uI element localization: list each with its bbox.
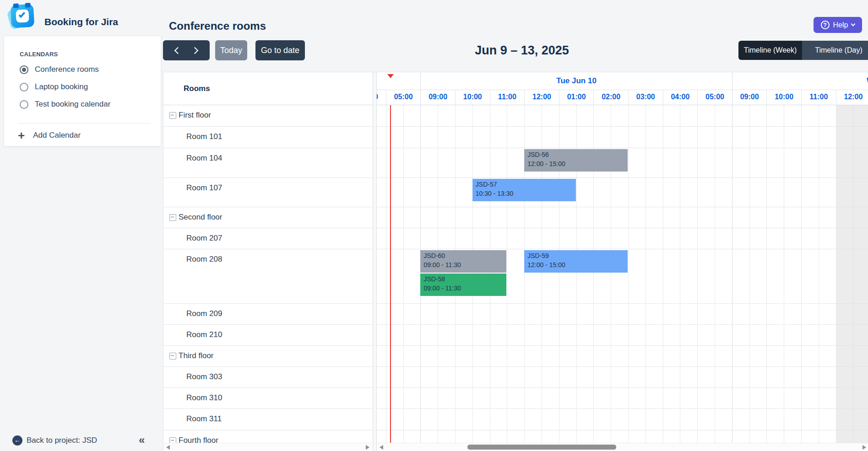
hour-label: 10:00: [767, 93, 801, 101]
room-row-room-210[interactable]: Room 210: [163, 325, 373, 346]
panel-divider-scrollbar[interactable]: [373, 72, 377, 451]
hour-header-cell: 05:00: [386, 90, 421, 105]
hour-label: 11:00: [490, 93, 525, 101]
event-jsd-60[interactable]: JSD-6009:00 - 11:30: [420, 250, 506, 273]
scroll-right-icon[interactable]: [366, 445, 369, 450]
room-row-room-303[interactable]: Room 303: [163, 367, 373, 388]
group-row-second-floor[interactable]: Second floor: [163, 207, 373, 228]
radio-icon[interactable]: [20, 100, 28, 109]
help-label: Help: [833, 21, 848, 29]
group-row-third-floor[interactable]: Third floor: [163, 346, 373, 367]
hour-label: 04:00: [377, 93, 386, 101]
timeline-row-room-303[interactable]: [377, 367, 868, 388]
timeline-row-first-floor[interactable]: [377, 105, 868, 127]
room-label: Room 210: [186, 330, 222, 339]
scroll-right-icon[interactable]: [863, 445, 866, 450]
event-jsd-57[interactable]: JSD-5710:30 - 13:30: [472, 179, 576, 201]
today-button[interactable]: Today: [215, 40, 247, 60]
chevron-down-icon: [851, 22, 856, 27]
rooms-panel: Rooms First floorRoom 101Room 104Room 10…: [163, 72, 373, 451]
group-label: Third floor: [179, 351, 214, 360]
timeline-row-room-101[interactable]: [377, 127, 868, 148]
question-icon: ?: [821, 21, 830, 29]
room-row-room-310[interactable]: Room 310: [163, 388, 373, 409]
timeline-calendar: Rooms First floorRoom 101Room 104Room 10…: [163, 72, 868, 451]
timeline-row-room-209[interactable]: [377, 304, 868, 325]
room-label: Room 104: [186, 154, 222, 163]
room-label: Room 311: [186, 414, 222, 424]
timeline-body: JSD-5612:00 - 15:00JSD-5710:30 - 13:30JS…: [377, 105, 868, 451]
timeline-row-room-207[interactable]: [377, 228, 868, 249]
hour-header-cell: 11:00: [490, 90, 525, 105]
timeline-row-third-floor[interactable]: [377, 346, 868, 367]
event-time: 12:00 - 15:00: [527, 160, 565, 167]
room-label: Room 208: [186, 255, 222, 264]
collapse-group-icon[interactable]: [169, 112, 176, 119]
timeline-row-room-104[interactable]: JSD-5612:00 - 15:00: [377, 148, 868, 178]
event-jsd-59[interactable]: JSD-5912:00 - 15:00: [524, 250, 628, 273]
room-row-room-101[interactable]: Room 101: [163, 127, 373, 148]
back-arrow-icon[interactable]: ←: [12, 435, 22, 446]
event-jsd-56[interactable]: JSD-5612:00 - 15:00: [524, 149, 628, 172]
room-row-room-208[interactable]: Room 208: [163, 249, 373, 304]
calendars-section-label: CALENDARS: [20, 51, 58, 58]
hour-header-cell: 12:00: [524, 90, 559, 105]
calendar-option-0[interactable]: Conference rooms: [4, 61, 161, 78]
hour-label: 05:00: [386, 93, 421, 101]
prev-button[interactable]: [174, 47, 182, 54]
hour-header-cell: 02:00: [593, 90, 628, 105]
timeline-row-room-311[interactable]: [377, 409, 868, 430]
hour-label: 12:00: [525, 93, 559, 101]
room-label: Room 207: [186, 234, 222, 243]
collapse-group-icon[interactable]: [169, 214, 176, 221]
scroll-left-icon[interactable]: [166, 445, 170, 450]
page-title: Conference rooms: [169, 20, 266, 32]
room-row-room-209[interactable]: Room 209: [163, 304, 373, 325]
timeline-horizontal-scrollbar[interactable]: [377, 443, 868, 451]
now-line: [390, 105, 391, 444]
timeline-row-second-floor[interactable]: [377, 207, 868, 228]
radio-icon[interactable]: [20, 83, 28, 91]
view-button-week[interactable]: Timeline (Week): [738, 41, 802, 60]
view-button-day[interactable]: Timeline (Day): [802, 41, 868, 60]
timeline-row-room-210[interactable]: [377, 325, 868, 346]
calendar-option-1[interactable]: Laptop booking: [4, 78, 161, 96]
room-row-room-104[interactable]: Room 104: [163, 148, 373, 178]
room-row-room-311[interactable]: Room 311: [163, 409, 373, 430]
event-id: JSD-59: [527, 252, 624, 261]
hour-header-cell: 03:00: [628, 90, 663, 105]
booking-for-jira-app: Booking for Jira CALENDARS Conference ro…: [0, 0, 868, 451]
event-id: JSD-56: [527, 150, 624, 160]
room-row-room-207[interactable]: Room 207: [163, 228, 373, 249]
hour-header-cell: 10:00: [766, 90, 801, 105]
group-label: First floor: [179, 111, 211, 120]
collapse-sidebar-button[interactable]: «: [139, 434, 145, 446]
day-header-cell: Wed Jun 11: [732, 72, 868, 90]
timeline-row-room-107[interactable]: JSD-5710:30 - 13:30: [377, 178, 868, 207]
date-nav-group: [163, 40, 210, 60]
room-label: Room 310: [186, 393, 222, 403]
help-button[interactable]: ? Help: [814, 17, 862, 33]
calendar-option-2[interactable]: Test booking calendar: [4, 96, 161, 113]
go-to-date-button[interactable]: Go to date: [255, 40, 305, 60]
collapse-group-icon[interactable]: [169, 353, 176, 360]
radio-icon[interactable]: [20, 65, 28, 74]
event-id: JSD-57: [476, 180, 573, 189]
add-calendar-button[interactable]: + Add Calendar: [4, 127, 161, 144]
day-header-cell: Tue Jun 10: [420, 72, 732, 90]
scroll-left-icon[interactable]: [380, 445, 383, 450]
next-button[interactable]: [191, 47, 199, 54]
timeline-row-room-310[interactable]: [377, 388, 868, 409]
timeline-row-room-208[interactable]: JSD-6009:00 - 11:30JSD-5912:00 - 15:00JS…: [377, 249, 868, 304]
rooms-column-header: Rooms: [163, 72, 373, 105]
back-to-project-link[interactable]: Back to project: JSD: [27, 436, 97, 445]
room-label: Room 107: [186, 183, 222, 193]
group-row-first-floor[interactable]: First floor: [163, 105, 373, 127]
rooms-horizontal-scrollbar[interactable]: [163, 443, 372, 451]
scrollbar-thumb[interactable]: [467, 445, 616, 450]
room-label: Room 101: [186, 132, 222, 141]
event-jsd-58[interactable]: JSD-5809:00 - 11:30: [420, 274, 506, 296]
room-row-room-107[interactable]: Room 107: [163, 178, 373, 207]
room-label: Room 209: [186, 309, 222, 318]
hour-header-cell: 11:00: [801, 90, 836, 105]
